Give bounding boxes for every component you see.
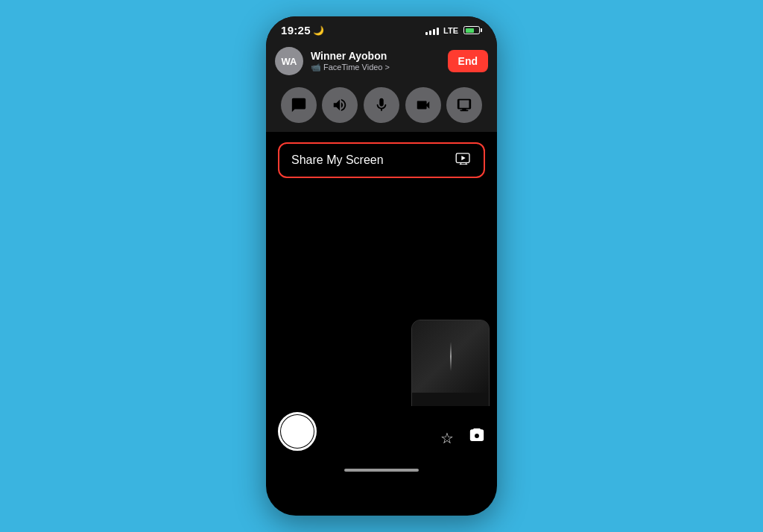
call-type: 📹 FaceTime Video >	[311, 63, 390, 72]
self-preview-dark	[412, 320, 489, 393]
share-screen-label: Share My Screen	[291, 153, 384, 167]
moon-icon: 🌙	[313, 25, 324, 36]
star-icon[interactable]: ☆	[440, 429, 454, 447]
bottom-bar: ☆	[266, 406, 497, 461]
screenshare-icon	[456, 97, 472, 113]
bar1	[425, 32, 428, 35]
caller-name: Winner Ayobon	[311, 50, 390, 63]
bar2	[429, 31, 431, 35]
message-icon	[291, 97, 307, 113]
home-indicator	[266, 461, 497, 479]
camera-button[interactable]	[405, 87, 441, 123]
battery-fill	[466, 28, 474, 33]
microphone-icon	[373, 97, 390, 113]
shutter-button[interactable]	[278, 412, 317, 451]
bar3	[433, 29, 435, 35]
call-header: WA Winner Ayobon 📹 FaceTime Video > End	[266, 41, 497, 81]
signal-bars	[425, 26, 439, 35]
caller-details: Winner Ayobon 📹 FaceTime Video >	[311, 50, 390, 72]
speaker-button[interactable]	[322, 87, 358, 123]
caller-info: WA Winner Ayobon 📹 FaceTime Video >	[275, 47, 390, 75]
camera-small-icon: 📹	[311, 63, 321, 72]
phone-frame: 19:25 🌙 LTE	[266, 16, 497, 516]
end-button[interactable]: End	[448, 50, 488, 72]
camera-capture-icon[interactable]	[469, 428, 485, 448]
screenshare-button[interactable]	[446, 87, 482, 123]
share-screen-area: Share My Screen	[266, 132, 497, 186]
battery-icon	[463, 26, 482, 34]
share-screen-button[interactable]: Share My Screen	[278, 142, 485, 178]
video-area: ☆	[266, 186, 497, 461]
bottom-icons: ☆	[440, 428, 485, 448]
microphone-button[interactable]	[364, 87, 399, 123]
share-screen-icon	[455, 153, 472, 168]
bar4	[437, 28, 439, 35]
battery-body	[463, 26, 480, 34]
status-bar: 19:25 🌙 LTE	[266, 16, 497, 41]
status-icons: LTE	[425, 26, 482, 35]
home-bar	[344, 469, 419, 472]
svg-marker-4	[461, 156, 465, 160]
shutter-inner	[281, 415, 314, 448]
controls-row	[266, 81, 497, 132]
camera-icon	[415, 97, 431, 113]
light-streak	[450, 342, 452, 371]
status-time: 19:25	[281, 24, 311, 37]
speaker-icon	[332, 97, 348, 113]
background: 19:25 🌙 LTE	[0, 0, 763, 532]
battery-tip	[481, 28, 482, 32]
message-button[interactable]	[281, 87, 317, 123]
lte-label: LTE	[443, 26, 458, 35]
avatar: WA	[275, 47, 303, 75]
